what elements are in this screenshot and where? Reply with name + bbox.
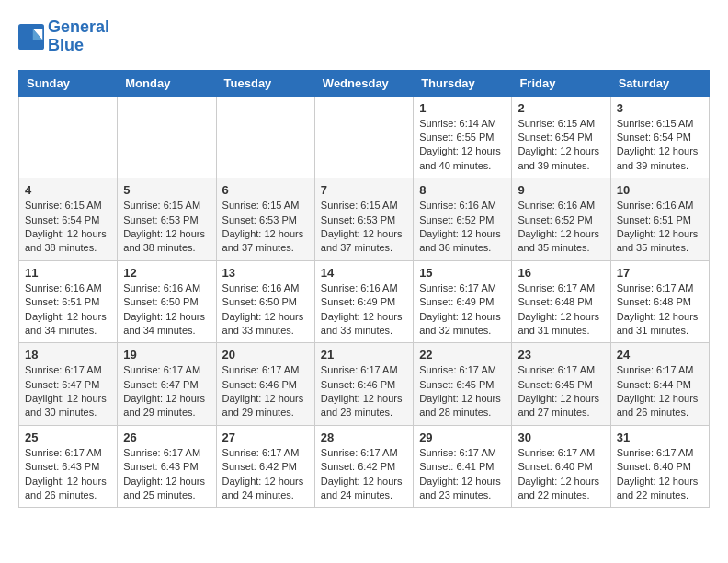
day-number: 26 xyxy=(123,431,210,444)
calendar-cell: 9Sunrise: 6:16 AM Sunset: 6:52 PM Daylig… xyxy=(512,178,610,261)
day-info: Sunrise: 6:16 AM Sunset: 6:52 PM Dayligh… xyxy=(518,199,604,256)
day-number: 8 xyxy=(419,183,506,197)
calendar-cell: 24Sunrise: 6:17 AM Sunset: 6:44 PM Dayli… xyxy=(610,343,709,426)
calendar-cell: 8Sunrise: 6:16 AM Sunset: 6:52 PM Daylig… xyxy=(414,178,512,261)
day-number: 31 xyxy=(617,431,703,444)
day-number: 9 xyxy=(518,183,604,197)
day-info: Sunrise: 6:17 AM Sunset: 6:40 PM Dayligh… xyxy=(617,446,703,503)
day-info: Sunrise: 6:17 AM Sunset: 6:42 PM Dayligh… xyxy=(222,446,309,503)
day-info: Sunrise: 6:17 AM Sunset: 6:40 PM Dayligh… xyxy=(518,446,604,503)
day-info: Sunrise: 6:17 AM Sunset: 6:43 PM Dayligh… xyxy=(25,446,111,503)
day-number: 5 xyxy=(123,183,210,197)
calendar-cell: 4Sunrise: 6:15 AM Sunset: 6:54 PM Daylig… xyxy=(19,178,118,261)
calendar-cell: 22Sunrise: 6:17 AM Sunset: 6:45 PM Dayli… xyxy=(414,343,512,426)
day-info: Sunrise: 6:17 AM Sunset: 6:43 PM Dayligh… xyxy=(123,446,210,503)
day-number: 18 xyxy=(25,348,111,362)
calendar-cell: 20Sunrise: 6:17 AM Sunset: 6:46 PM Dayli… xyxy=(216,343,314,426)
day-number: 24 xyxy=(617,348,703,362)
calendar-cell: 11Sunrise: 6:16 AM Sunset: 6:51 PM Dayli… xyxy=(19,260,118,343)
day-number: 16 xyxy=(518,266,604,280)
calendar-cell: 14Sunrise: 6:16 AM Sunset: 6:49 PM Dayli… xyxy=(314,260,413,343)
calendar-cell xyxy=(118,96,216,178)
day-info: Sunrise: 6:17 AM Sunset: 6:48 PM Dayligh… xyxy=(518,282,604,339)
calendar-cell: 18Sunrise: 6:17 AM Sunset: 6:47 PM Dayli… xyxy=(19,343,118,426)
day-info: Sunrise: 6:16 AM Sunset: 6:50 PM Dayligh… xyxy=(222,282,309,339)
day-info: Sunrise: 6:17 AM Sunset: 6:48 PM Dayligh… xyxy=(617,282,703,339)
calendar-cell: 1Sunrise: 6:14 AM Sunset: 6:55 PM Daylig… xyxy=(414,96,512,178)
calendar-cell: 29Sunrise: 6:17 AM Sunset: 6:41 PM Dayli… xyxy=(414,425,512,508)
day-info: Sunrise: 6:14 AM Sunset: 6:55 PM Dayligh… xyxy=(419,117,506,174)
day-info: Sunrise: 6:15 AM Sunset: 6:53 PM Dayligh… xyxy=(321,199,407,256)
day-number: 13 xyxy=(222,266,309,280)
calendar-cell: 16Sunrise: 6:17 AM Sunset: 6:48 PM Dayli… xyxy=(512,260,610,343)
calendar-cell: 25Sunrise: 6:17 AM Sunset: 6:43 PM Dayli… xyxy=(19,425,118,508)
day-info: Sunrise: 6:17 AM Sunset: 6:46 PM Dayligh… xyxy=(321,363,407,420)
day-info: Sunrise: 6:17 AM Sunset: 6:45 PM Dayligh… xyxy=(518,363,604,420)
day-number: 21 xyxy=(321,348,407,362)
day-number: 12 xyxy=(123,266,210,280)
calendar-cell xyxy=(216,96,314,178)
calendar-cell: 13Sunrise: 6:16 AM Sunset: 6:50 PM Dayli… xyxy=(216,260,314,343)
day-number: 22 xyxy=(419,348,506,362)
day-number: 3 xyxy=(617,101,703,115)
day-number: 1 xyxy=(419,101,506,115)
day-info: Sunrise: 6:16 AM Sunset: 6:51 PM Dayligh… xyxy=(25,282,111,339)
day-info: Sunrise: 6:16 AM Sunset: 6:49 PM Dayligh… xyxy=(321,282,407,339)
day-info: Sunrise: 6:17 AM Sunset: 6:46 PM Dayligh… xyxy=(222,363,309,420)
calendar-cell: 28Sunrise: 6:17 AM Sunset: 6:42 PM Dayli… xyxy=(314,425,413,508)
calendar-cell: 30Sunrise: 6:17 AM Sunset: 6:40 PM Dayli… xyxy=(512,425,610,508)
logo: General Blue xyxy=(18,18,109,55)
calendar-cell: 23Sunrise: 6:17 AM Sunset: 6:45 PM Dayli… xyxy=(512,343,610,426)
calendar-cell: 17Sunrise: 6:17 AM Sunset: 6:48 PM Dayli… xyxy=(610,260,709,343)
day-info: Sunrise: 6:17 AM Sunset: 6:44 PM Dayligh… xyxy=(617,363,703,420)
day-info: Sunrise: 6:16 AM Sunset: 6:51 PM Dayligh… xyxy=(617,199,703,256)
day-number: 7 xyxy=(321,183,407,197)
day-number: 2 xyxy=(518,101,604,115)
day-number: 4 xyxy=(25,183,111,197)
day-info: Sunrise: 6:15 AM Sunset: 6:53 PM Dayligh… xyxy=(123,199,210,256)
day-number: 10 xyxy=(617,183,703,197)
day-info: Sunrise: 6:15 AM Sunset: 6:54 PM Dayligh… xyxy=(617,117,703,174)
calendar-cell: 5Sunrise: 6:15 AM Sunset: 6:53 PM Daylig… xyxy=(118,178,216,261)
calendar-cell: 21Sunrise: 6:17 AM Sunset: 6:46 PM Dayli… xyxy=(314,343,413,426)
day-info: Sunrise: 6:17 AM Sunset: 6:47 PM Dayligh… xyxy=(123,363,210,420)
calendar-cell xyxy=(19,96,118,178)
calendar-cell: 15Sunrise: 6:17 AM Sunset: 6:49 PM Dayli… xyxy=(414,260,512,343)
day-info: Sunrise: 6:15 AM Sunset: 6:54 PM Dayligh… xyxy=(25,199,111,256)
day-info: Sunrise: 6:16 AM Sunset: 6:50 PM Dayligh… xyxy=(123,282,210,339)
calendar-table: SundayMondayTuesdayWednesdayThursdayFrid… xyxy=(18,70,710,509)
day-info: Sunrise: 6:17 AM Sunset: 6:41 PM Dayligh… xyxy=(419,446,506,503)
day-number: 20 xyxy=(222,348,309,362)
calendar-cell: 31Sunrise: 6:17 AM Sunset: 6:40 PM Dayli… xyxy=(610,425,709,508)
calendar-cell: 3Sunrise: 6:15 AM Sunset: 6:54 PM Daylig… xyxy=(610,96,709,178)
weekday-header-monday: Monday xyxy=(118,70,216,96)
weekday-header-wednesday: Wednesday xyxy=(314,70,413,96)
day-number: 6 xyxy=(222,183,309,197)
calendar-cell: 26Sunrise: 6:17 AM Sunset: 6:43 PM Dayli… xyxy=(118,425,216,508)
day-info: Sunrise: 6:16 AM Sunset: 6:52 PM Dayligh… xyxy=(419,199,506,256)
day-number: 19 xyxy=(123,348,210,362)
day-number: 14 xyxy=(321,266,407,280)
logo-text: General Blue xyxy=(48,18,109,55)
day-number: 25 xyxy=(25,431,111,444)
weekday-header-thursday: Thursday xyxy=(414,70,512,96)
calendar-cell xyxy=(314,96,413,178)
logo-icon xyxy=(18,24,44,50)
day-info: Sunrise: 6:15 AM Sunset: 6:53 PM Dayligh… xyxy=(222,199,309,256)
weekday-header-tuesday: Tuesday xyxy=(216,70,314,96)
calendar-cell: 19Sunrise: 6:17 AM Sunset: 6:47 PM Dayli… xyxy=(118,343,216,426)
day-number: 28 xyxy=(321,431,407,444)
day-number: 30 xyxy=(518,431,604,444)
page-header: General Blue xyxy=(18,18,710,55)
calendar-cell: 10Sunrise: 6:16 AM Sunset: 6:51 PM Dayli… xyxy=(610,178,709,261)
calendar-cell: 6Sunrise: 6:15 AM Sunset: 6:53 PM Daylig… xyxy=(216,178,314,261)
day-info: Sunrise: 6:17 AM Sunset: 6:49 PM Dayligh… xyxy=(419,282,506,339)
calendar-cell: 7Sunrise: 6:15 AM Sunset: 6:53 PM Daylig… xyxy=(314,178,413,261)
day-info: Sunrise: 6:17 AM Sunset: 6:45 PM Dayligh… xyxy=(419,363,506,420)
day-number: 11 xyxy=(25,266,111,280)
day-info: Sunrise: 6:17 AM Sunset: 6:47 PM Dayligh… xyxy=(25,363,111,420)
day-number: 29 xyxy=(419,431,506,444)
day-number: 17 xyxy=(617,266,703,280)
day-number: 23 xyxy=(518,348,604,362)
weekday-header-saturday: Saturday xyxy=(610,70,709,96)
